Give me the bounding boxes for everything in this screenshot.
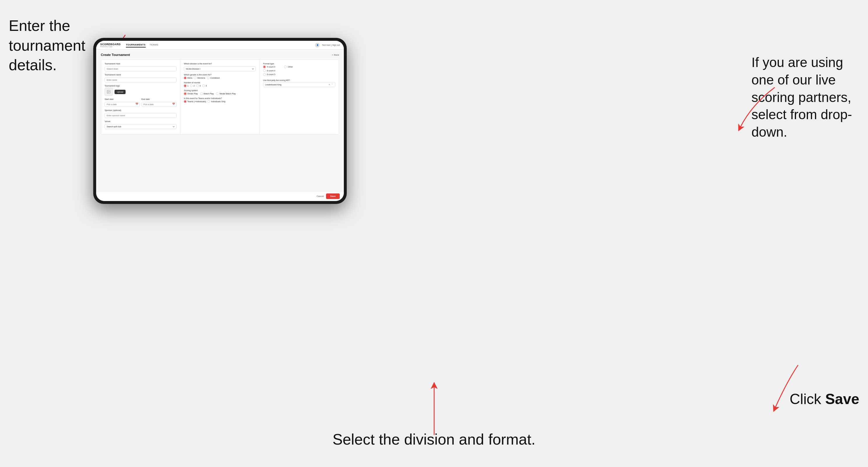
event-teams[interactable]: Teams (+Individuals) <box>184 100 206 103</box>
rounds-2[interactable]: 2 <box>190 85 195 87</box>
tournament-name-input[interactable] <box>104 77 177 83</box>
scoring-match-label: Match Play <box>204 93 214 95</box>
division-select[interactable]: NCAA Division I <box>184 66 256 71</box>
form-footer: Cancel Save <box>96 191 344 201</box>
format-6count4-label: 6 count 4 <box>267 70 275 72</box>
third-party-value: Leaderboard King <box>265 84 329 86</box>
division-group: Which division is the event for? NCAA Di… <box>184 63 256 71</box>
main-content: Create Tournament < Back Tournament Host… <box>96 50 344 191</box>
gender-radio-group: Mens Womens Combined <box>184 76 256 79</box>
third-party-select[interactable]: Leaderboard King ✕ ⌃ <box>263 82 335 87</box>
format-other-group: Other <box>284 66 293 77</box>
venue-group: Venue Search golf club <box>104 120 177 129</box>
scoring-stroke-radio[interactable] <box>184 92 186 95</box>
scoring-match[interactable]: Match Play <box>200 92 214 95</box>
tab-tournaments[interactable]: TOURNAMENTS <box>126 42 146 48</box>
tournament-logo-label: Tournament logo <box>104 85 177 87</box>
tablet-frame: SCOREBOARD Powered by Clippit TOURNAMENT… <box>93 38 347 204</box>
upload-button[interactable]: Upload <box>115 90 126 94</box>
start-date-input[interactable] <box>104 102 140 107</box>
gender-mens-radio[interactable] <box>184 76 186 79</box>
rounds-group: Number of rounds 1 2 <box>184 82 256 87</box>
logo: SCOREBOARD Powered by Clippit <box>100 43 121 48</box>
format-options: 5 count 4 6 count 4 6 count 5 <box>263 66 335 77</box>
annotation-select-division: Select the division and format. <box>333 430 535 449</box>
division-label: Which division is the event for? <box>184 63 256 65</box>
scoring-stroke[interactable]: Stroke Play <box>184 92 198 95</box>
rounds-1-radio[interactable] <box>184 85 186 87</box>
format-6count4[interactable]: 6 count 4 <box>263 69 275 72</box>
event-individuals-radio[interactable] <box>208 100 210 103</box>
nav-user-area: 👤 Test User | Sign out <box>315 43 340 48</box>
gender-womens-label: Womens <box>197 77 206 79</box>
svg-point-1 <box>108 91 108 91</box>
format-other-radio[interactable] <box>284 66 287 68</box>
rounds-radio-group: 1 2 3 4 <box>184 85 256 87</box>
third-party-group: Use third-party live scoring API? Leader… <box>263 79 335 87</box>
sponsor-input[interactable] <box>104 113 177 118</box>
format-6count5[interactable]: 6 count 5 <box>263 73 275 76</box>
tournament-name-label: Tournament name <box>104 74 177 76</box>
rounds-2-label: 2 <box>193 85 195 87</box>
dates-group: Start date 📅 End date 📅 <box>104 98 177 107</box>
format-5count4-radio[interactable] <box>263 66 266 68</box>
save-button[interactable]: Save <box>326 193 340 199</box>
form-col-2: Which division is the event for? NCAA Di… <box>180 60 259 134</box>
rounds-4-label: 4 <box>206 85 207 87</box>
gender-group: Which gender is the event for? Mens Wome… <box>184 74 256 79</box>
logo-upload-area: Upload <box>104 88 177 96</box>
gender-combined[interactable]: Combined <box>207 76 220 79</box>
format-5count4[interactable]: 5 count 4 <box>263 66 275 68</box>
event-individuals[interactable]: Individuals Only <box>208 100 225 103</box>
format-6count4-radio[interactable] <box>263 69 266 72</box>
rounds-2-radio[interactable] <box>190 85 193 87</box>
gender-womens[interactable]: Womens <box>194 76 206 79</box>
gender-mens[interactable]: Mens <box>184 76 192 79</box>
tournament-host-input[interactable] <box>104 66 177 71</box>
navbar: SCOREBOARD Powered by Clippit TOURNAMENT… <box>96 41 344 50</box>
gender-womens-radio[interactable] <box>194 76 196 79</box>
page-header: Create Tournament < Back <box>101 53 339 57</box>
user-avatar: 👤 <box>315 43 320 48</box>
gender-mens-label: Mens <box>187 77 192 79</box>
scoring-match-radio[interactable] <box>200 92 203 95</box>
scoring-group: Scoring system Stroke Play Match Play <box>184 89 256 95</box>
tab-teams[interactable]: TEAMS <box>150 42 158 48</box>
event-for-group: Is this event for Teams and/or Individua… <box>184 97 256 103</box>
calendar-icon-start: 📅 <box>135 103 138 105</box>
scoring-medal-match-label: Medal Match Play <box>219 93 236 95</box>
logo-title: SCOREBOARD <box>100 43 121 46</box>
tournament-host-label: Tournament Host <box>104 63 177 65</box>
event-for-radio-group: Teams (+Individuals) Individuals Only <box>184 100 256 103</box>
tournament-host-group: Tournament Host <box>104 63 177 71</box>
format-other[interactable]: Other <box>284 66 293 68</box>
scoring-medal-match[interactable]: Medal Match Play <box>216 92 236 95</box>
rounds-3-label: 3 <box>199 85 201 87</box>
rounds-1[interactable]: 1 <box>184 85 188 87</box>
gender-combined-radio[interactable] <box>207 76 210 79</box>
venue-select[interactable]: Search golf club <box>104 124 177 129</box>
sponsor-label: Sponsor (optional) <box>104 109 177 111</box>
scoring-medal-match-radio[interactable] <box>216 92 219 95</box>
event-teams-radio[interactable] <box>184 100 186 103</box>
event-individuals-label: Individuals Only <box>211 100 225 102</box>
rounds-3-radio[interactable] <box>196 85 199 87</box>
format-6count5-radio[interactable] <box>263 73 266 76</box>
logo-placeholder <box>104 88 113 96</box>
end-date-input[interactable] <box>142 102 177 107</box>
back-button[interactable]: < Back <box>332 54 339 56</box>
rounds-3[interactable]: 3 <box>196 85 201 87</box>
rounds-4[interactable]: 4 <box>202 85 207 87</box>
scoring-radio-group: Stroke Play Match Play Medal Match Play <box>184 92 256 95</box>
nav-tabs: TOURNAMENTS TEAMS <box>126 42 315 48</box>
third-party-expand-icon[interactable]: ⌃ <box>331 83 333 86</box>
annotation-enter-tournament: Enter the tournament details. <box>9 16 90 75</box>
rounds-4-radio[interactable] <box>202 85 205 87</box>
format-type-label: Format type <box>263 63 335 65</box>
cancel-button[interactable]: Cancel <box>316 195 324 197</box>
format-options-left: 5 count 4 6 count 4 6 count 5 <box>263 66 275 77</box>
tablet-screen: SCOREBOARD Powered by Clippit TOURNAMENT… <box>96 41 344 201</box>
gender-combined-label: Combined <box>210 77 220 79</box>
start-date-wrap: 📅 <box>104 101 140 107</box>
third-party-clear-icon[interactable]: ✕ <box>329 83 331 86</box>
